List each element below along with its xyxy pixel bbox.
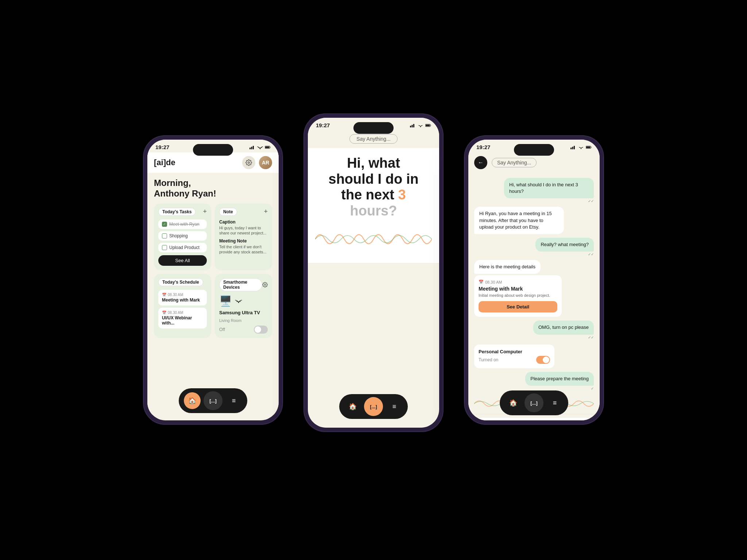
- task-item-1[interactable]: ✓ Meet with Ryan: [158, 219, 207, 229]
- voice-prompt: Hi, what should I do in the next 3 hours…: [329, 155, 419, 219]
- svg-rect-1: [251, 147, 252, 149]
- p1-header-icons: AR: [242, 156, 272, 169]
- note-item-2[interactable]: Meeting Note Tell the client if we don't…: [219, 238, 268, 255]
- msg-bubble-received-1: Hi Ryan, you have a meeting in 15 minute…: [474, 207, 564, 234]
- device-status: Off: [219, 327, 225, 332]
- smarthome-device: 🖥️: [219, 295, 268, 334]
- msg-bubble-sent-3: OMG, turn on pc please: [533, 320, 594, 334]
- signal-icon-1: [249, 145, 255, 149]
- menu-nav-button-2[interactable]: ≡: [386, 398, 403, 415]
- schedule-time-1: 📅 08.30 AM: [162, 293, 203, 297]
- meeting-card-desc: Initial meeting about web design project…: [479, 293, 557, 298]
- phone-1: 19:27: [144, 136, 282, 424]
- home-nav-button-1[interactable]: 🏠: [184, 392, 201, 409]
- phone-1-content: [ai]de AR Morning, Anthony Ryan!: [147, 152, 279, 415]
- tick-4: ✓: [591, 386, 594, 390]
- voice-main: Hi, what should I do in the next 3 hours…: [308, 148, 439, 263]
- meeting-card-time: 📅 08.30 AM: [479, 280, 557, 284]
- see-detail-button[interactable]: See Detail: [479, 301, 557, 312]
- phone-3-screen: 19:27: [468, 140, 600, 420]
- chat-title: Say Anything...: [492, 158, 537, 167]
- task-check-1: ✓: [162, 222, 167, 227]
- see-all-button[interactable]: See All: [158, 255, 207, 266]
- task-item-3[interactable]: Upload Product: [158, 243, 207, 252]
- ai-nav-button-3[interactable]: [...]: [525, 393, 543, 412]
- msg-bubble-sent-2: Really? what meeting?: [535, 238, 594, 252]
- schedule-item-2[interactable]: 📅 08.30 AM UI/UX Webinar with...: [158, 308, 207, 328]
- svg-rect-0: [249, 147, 251, 149]
- home-nav-button-2[interactable]: 🏠: [344, 398, 361, 415]
- schedule-time-2: 📅 08.30 AM: [162, 311, 203, 315]
- schedule-item-1[interactable]: 📅 08.30 AM Meeting with Mark: [158, 290, 207, 306]
- chat-input[interactable]: note: [474, 418, 594, 420]
- say-anything-label-2[interactable]: Say Anything...: [349, 134, 397, 144]
- greeting: Morning, Anthony Ryan!: [154, 173, 272, 203]
- gear-icon: [245, 159, 252, 166]
- device-location: Living Room: [219, 318, 268, 323]
- smarthome-card: Smarthome Devices 🖥️: [215, 274, 272, 338]
- schedule-title-1: Meeting with Mark: [162, 298, 203, 303]
- device-msg-card: Personal Computer Turned on: [474, 345, 554, 368]
- note-item-1[interactable]: Caption Hi guys, today I want to share o…: [219, 219, 268, 236]
- pc-toggle[interactable]: [536, 356, 550, 364]
- ai-nav-button-1[interactable]: [...]: [204, 391, 222, 410]
- voice-highlight: 3: [398, 187, 406, 202]
- msg-row-2: Hi Ryan, you have a meeting in 15 minute…: [474, 207, 594, 234]
- tasks-card-header: Today's Tasks +: [158, 208, 207, 216]
- menu-nav-button-3[interactable]: ≡: [546, 394, 563, 411]
- msg-row-3: Really? what meeting? ✓✓: [474, 238, 594, 256]
- smarthome-settings-icon[interactable]: [262, 281, 268, 288]
- smarthome-title: Smarthome Devices: [219, 278, 262, 291]
- msg-row-6: Personal Computer Turned on: [474, 343, 594, 368]
- svg-rect-9: [410, 125, 411, 127]
- status-bar-3: 19:27: [468, 140, 600, 152]
- task-text-1: Meet with Ryan: [169, 222, 200, 227]
- note-text-1: Hi guys, today I want to share our newes…: [219, 225, 268, 236]
- task-item-2[interactable]: Shopping: [158, 231, 207, 241]
- msg-row-7: Please prepare the meeting ✓: [474, 372, 594, 390]
- ai-nav-button-2[interactable]: [...]: [364, 397, 383, 416]
- svg-point-18: [581, 148, 581, 149]
- voice-dim: hours?: [350, 203, 397, 218]
- device-toggle[interactable]: [254, 326, 268, 334]
- status-time-3: 19:27: [476, 144, 490, 150]
- signal-icon-2: [410, 123, 416, 128]
- battery-icon-2: [425, 123, 431, 128]
- chat-messages: Hi, what should I do in the next 3 hours…: [468, 174, 600, 395]
- schedule-card: Today's Schedule 📅 08.30 AM Meeting with…: [154, 274, 211, 338]
- status-bar-2: 19:27: [308, 118, 439, 131]
- svg-point-6: [248, 162, 250, 164]
- meeting-card: 📅 08.30 AM Meeting with Mark Initial mee…: [474, 275, 562, 317]
- notes-card: Note + Caption Hi guys, today I want to …: [215, 203, 272, 270]
- wifi-icon-3: [578, 145, 584, 149]
- svg-rect-2: [253, 146, 254, 149]
- msg-row-1: Hi, what should I do in the next 3 hours…: [474, 178, 594, 203]
- tasks-notes-row: Today's Tasks + ✓ Meet with Ryan: [154, 203, 272, 270]
- dynamic-island-3: [514, 144, 554, 156]
- status-time-2: 19:27: [316, 122, 330, 128]
- bottom-nav-1: 🏠 [...] ≡: [179, 388, 247, 413]
- notes-add-button[interactable]: +: [264, 208, 268, 215]
- user-avatar[interactable]: AR: [259, 156, 272, 169]
- status-icons-1: [249, 145, 271, 149]
- signal-icon-3: [570, 145, 576, 149]
- svg-rect-17: [574, 146, 575, 149]
- svg-rect-11: [413, 124, 414, 128]
- menu-nav-button-1[interactable]: ≡: [225, 392, 242, 409]
- meeting-card-title: Meeting with Mark: [479, 286, 557, 292]
- svg-rect-14: [426, 124, 430, 126]
- svg-rect-10: [411, 125, 413, 127]
- task-check-3: [162, 245, 167, 250]
- settings-button[interactable]: [242, 156, 255, 169]
- note-title-1: Caption: [219, 219, 268, 225]
- note-title-2: Meeting Note: [219, 238, 268, 244]
- schedule-card-header: Today's Schedule: [158, 278, 207, 286]
- schedule-smarthome-row: Today's Schedule 📅 08.30 AM Meeting with…: [154, 274, 272, 338]
- home-nav-button-3[interactable]: 🏠: [505, 394, 522, 411]
- schedule-title: Today's Schedule: [158, 278, 203, 286]
- svg-point-8: [238, 302, 239, 303]
- svg-rect-5: [265, 146, 269, 148]
- back-button[interactable]: ←: [474, 156, 487, 169]
- tasks-add-button[interactable]: +: [203, 208, 207, 215]
- tasks-title: Today's Tasks: [158, 208, 196, 216]
